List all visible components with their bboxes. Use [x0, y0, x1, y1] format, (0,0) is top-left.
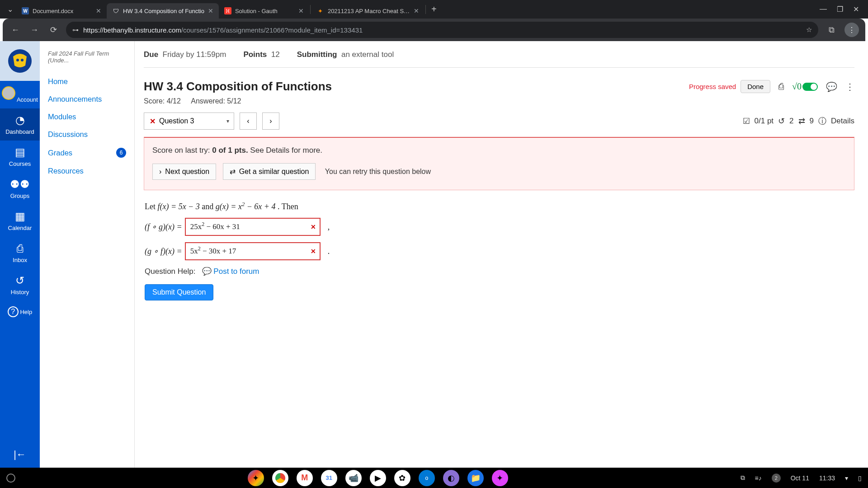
nav-groups[interactable]: ⚉⚉ Groups: [0, 173, 40, 205]
submitting-label: Submitting: [297, 50, 337, 59]
app-gemini[interactable]: ✦: [248, 470, 264, 486]
nav-history[interactable]: ↺ History: [0, 269, 40, 301]
taskbar-date[interactable]: Oct 11: [791, 474, 809, 482]
question-body: Let f(x) = 5x − 3 and g(x) = x2 − 6x + 4…: [144, 190, 854, 305]
course-nav-grades[interactable]: Grades6: [40, 143, 134, 162]
answer-input-gof[interactable]: 5x2 − 30x + 17 ✕: [185, 242, 321, 260]
fog-label: (f ∘ g)(x) =: [145, 222, 182, 232]
feedback-score: 0 of 1 pts.: [212, 146, 248, 155]
prev-question-button[interactable]: ‹: [240, 113, 257, 130]
retry-text: You can retry this question below: [325, 168, 431, 175]
app-calendar[interactable]: 31: [321, 470, 337, 486]
chat-icon[interactable]: 💬: [826, 81, 837, 92]
nav-label: Courses: [9, 160, 31, 167]
site-info-icon[interactable]: ⊶: [72, 26, 79, 33]
due-value: Friday by 11:59pm: [163, 50, 226, 59]
close-window-icon[interactable]: ✕: [853, 5, 859, 14]
tab-search-dropdown[interactable]: ⌄: [4, 3, 16, 16]
close-icon[interactable]: ✕: [208, 7, 213, 14]
answer-value: 25x2 − 60x + 31: [190, 222, 240, 231]
app-meet[interactable]: 📹: [345, 470, 362, 486]
chevron-right-icon: ›: [159, 168, 161, 176]
answer-input-fog[interactable]: 25x2 − 60x + 31 ✕: [185, 218, 321, 236]
course-nav-modules[interactable]: Modules: [40, 108, 134, 126]
launcher-button[interactable]: [6, 474, 15, 483]
info-icon: ⓘ: [818, 116, 826, 127]
question-selector[interactable]: ✕ Question 3: [144, 113, 234, 130]
nav-calendar[interactable]: ▦ Calendar: [0, 205, 40, 237]
toggle-switch[interactable]: [802, 83, 818, 91]
course-nav-resources[interactable]: Resources: [40, 162, 134, 180]
screenshot-icon[interactable]: ⧉: [741, 474, 745, 482]
app-play[interactable]: ▶: [370, 470, 386, 486]
groups-icon: ⚉⚉: [2, 178, 38, 191]
clear-icon[interactable]: ✕: [311, 223, 316, 231]
minimize-icon[interactable]: —: [820, 5, 827, 14]
collapse-nav-button[interactable]: |←: [6, 441, 33, 468]
dashboard-icon: ◔: [2, 114, 38, 127]
extensions-icon[interactable]: ⧉: [825, 25, 838, 35]
restore-icon[interactable]: ❐: [837, 5, 843, 14]
tab-document[interactable]: W Document.docx ✕: [16, 3, 107, 19]
address-bar[interactable]: ⊶ https://bethanylb.instructure.com/cour…: [66, 22, 818, 38]
school-logo[interactable]: [0, 41, 40, 81]
math-display-toggle[interactable]: √0: [792, 81, 818, 92]
details-link[interactable]: Details: [831, 117, 854, 126]
help-icon: ?: [8, 306, 19, 317]
taskbar-time[interactable]: 11:33: [819, 474, 835, 482]
back-button[interactable]: ←: [9, 25, 22, 35]
next-question-button[interactable]: ›: [262, 113, 279, 130]
chat-bubble-icon: 💬: [202, 267, 212, 276]
forward-button[interactable]: →: [28, 25, 41, 35]
app-photos[interactable]: ✿: [394, 470, 410, 486]
tab-gauth[interactable]: ⟩⟨ Solution - Gauth ✕: [219, 3, 309, 19]
nav-label: Calendar: [8, 225, 32, 231]
close-icon[interactable]: ✕: [414, 7, 419, 14]
nav-courses[interactable]: ▤ Courses: [0, 141, 40, 173]
nav-help[interactable]: ? Help: [0, 301, 40, 324]
app-files[interactable]: 📁: [467, 470, 484, 486]
reload-button[interactable]: ⟳: [47, 25, 60, 35]
app-unknown1[interactable]: ◐: [443, 470, 459, 486]
close-icon[interactable]: ✕: [298, 7, 304, 14]
inbox-icon: ⎙: [2, 242, 38, 255]
nav-link-label: Discussions: [48, 130, 88, 139]
nav-dashboard[interactable]: ◔ Dashboard: [0, 108, 40, 141]
question-points: 0/1 pt: [755, 117, 774, 126]
course-nav-discussions[interactable]: Discussions: [40, 126, 134, 143]
clear-icon[interactable]: ✕: [311, 248, 316, 255]
more-icon[interactable]: ⋮: [845, 81, 854, 92]
battery-icon[interactable]: ▯: [858, 474, 862, 482]
app-outlook[interactable]: o: [419, 470, 435, 486]
submitting-value: an external tool: [341, 50, 394, 59]
app-chrome[interactable]: [272, 470, 288, 486]
tab-macro[interactable]: ✦ 20211213 AP Macro Cheat She ✕: [311, 3, 425, 19]
wifi-icon[interactable]: ▾: [845, 474, 848, 482]
next-question-button-inline[interactable]: › Next question: [152, 164, 216, 180]
bookmark-icon[interactable]: ☆: [806, 26, 812, 34]
nav-inbox[interactable]: ⎙ Inbox: [0, 237, 40, 269]
progress-saved-label: Progress saved: [689, 83, 736, 90]
submit-question-button[interactable]: Submit Question: [145, 284, 213, 300]
gof-label: (g ∘ f)(x) =: [145, 246, 182, 256]
tab-hw[interactable]: 🛡 HW 3.4 Composition of Functio ✕: [107, 3, 219, 19]
attempts-icon: ⇄: [798, 116, 805, 126]
course-nav-home[interactable]: Home: [40, 73, 134, 90]
print-icon[interactable]: ⎙: [778, 81, 784, 92]
new-tab-button[interactable]: +: [427, 4, 441, 14]
course-nav-announcements[interactable]: Announcements: [40, 90, 134, 108]
due-label: Due: [144, 50, 158, 59]
calendar-icon: ▦: [2, 210, 38, 223]
media-icon[interactable]: ≡♪: [755, 474, 762, 482]
app-unknown2[interactable]: ✦: [492, 470, 508, 486]
help-label: Question Help:: [145, 267, 195, 276]
done-button[interactable]: Done: [741, 80, 770, 93]
nav-account[interactable]: Account: [0, 81, 40, 108]
close-icon[interactable]: ✕: [96, 7, 101, 14]
app-gmail[interactable]: M: [297, 470, 313, 486]
attempts-count: 9: [810, 117, 814, 126]
similar-question-button[interactable]: ⇄ Get a similar question: [223, 163, 316, 180]
browser-menu-button[interactable]: ⋮: [844, 23, 859, 37]
notification-badge[interactable]: 2: [772, 474, 781, 483]
post-to-forum-link[interactable]: Post to forum: [213, 267, 259, 276]
